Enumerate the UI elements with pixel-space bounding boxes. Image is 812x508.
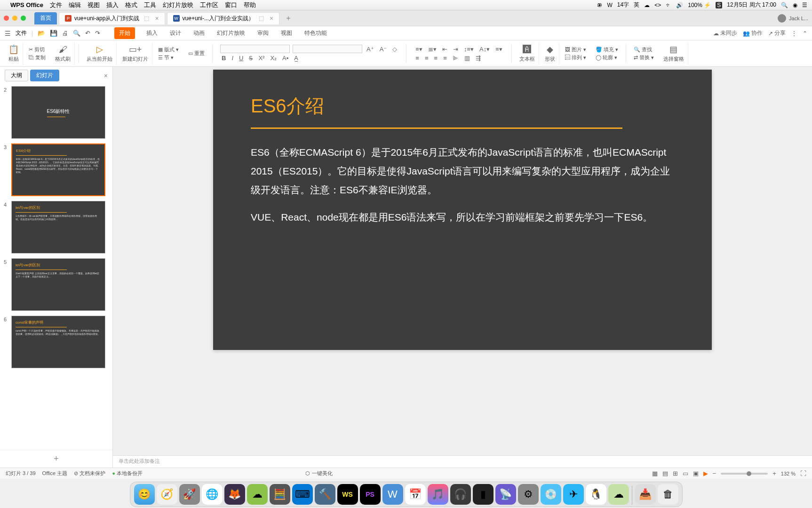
dock-chrome[interactable]: 🌐 xyxy=(202,484,223,505)
clear-format-icon[interactable]: ◇ xyxy=(391,45,398,53)
dock-xcode[interactable]: 🔨 xyxy=(315,484,335,505)
tray-icon-w[interactable]: W xyxy=(607,2,613,8)
dock-firefox[interactable]: 🦊 xyxy=(224,484,245,505)
dock-vscode[interactable]: ⌨ xyxy=(292,484,313,505)
list-level-icon[interactable]: ⇶ xyxy=(474,54,482,62)
volume-icon[interactable]: 🔊 xyxy=(676,2,683,8)
panel-tab-outline[interactable]: 大纲 xyxy=(5,70,28,81)
input-status[interactable]: 14字 xyxy=(617,1,629,9)
superscript-icon[interactable]: X² xyxy=(257,54,266,62)
new-slide-icon[interactable]: ▭+ xyxy=(129,44,142,55)
menu-view[interactable]: 视图 xyxy=(88,1,100,9)
slide-thumb-6[interactable]: const常量的声明 const 声明一个只读的常量，声明后值不能被修改。常量就… xyxy=(11,316,105,368)
bullets-icon[interactable]: ≡▾ xyxy=(414,45,424,53)
dock-finder[interactable]: 😊 xyxy=(134,484,155,505)
ribbon-tab-animation[interactable]: 动画 xyxy=(192,27,206,39)
menu-file[interactable]: 文件 xyxy=(50,1,62,9)
dock-qqmusic[interactable]: 🎧 xyxy=(450,484,471,505)
slide-thumb-5[interactable]: let与var的区别 3.let不能重复声明 之前使用var定义变量，后面的会把… xyxy=(11,258,105,311)
tab-home[interactable]: 首页 xyxy=(34,12,57,24)
view-normal-icon[interactable]: ▦ xyxy=(652,470,658,477)
dock-app3[interactable]: ☁ xyxy=(608,484,629,505)
menu-edit[interactable]: 编辑 xyxy=(69,1,81,9)
ribbon-tab-view[interactable]: 视图 xyxy=(280,27,293,39)
ribbon-tab-special[interactable]: 特色功能 xyxy=(303,27,328,39)
ext-icon[interactable]: ⬚ xyxy=(144,15,149,22)
print-icon[interactable]: 🖨 xyxy=(62,30,68,37)
backup-status[interactable]: ● 本地备份开 xyxy=(112,470,143,477)
numbering-icon[interactable]: ≣▾ xyxy=(427,45,438,53)
dock-webstorm[interactable]: WS xyxy=(337,484,358,505)
menu-window[interactable]: 窗口 xyxy=(225,1,237,9)
replace-button[interactable]: ⇄ 替换 ▾ xyxy=(634,54,654,61)
search-icon[interactable]: 🔍 xyxy=(781,2,788,8)
italic-icon[interactable]: I xyxy=(230,54,235,62)
slide-body-1[interactable]: ES6（全称ECMAScript 6）是于2015年6月正式发布的JavaScr… xyxy=(251,143,674,199)
close-window[interactable] xyxy=(4,16,9,21)
dock-app2[interactable]: ✈ xyxy=(563,484,584,505)
zoom-out-icon[interactable]: − xyxy=(713,470,716,477)
align-center-icon[interactable]: ≡ xyxy=(423,54,430,62)
slide-body-2[interactable]: VUE、React、node现在都是用ES6语法来写，所以在学习前端框架之前要先… xyxy=(251,208,674,227)
maximize-window[interactable] xyxy=(21,16,26,21)
ext-icon[interactable]: ⬚ xyxy=(259,15,264,22)
lang-status[interactable]: 英 xyxy=(634,1,639,9)
align-justify-icon[interactable]: ≡ xyxy=(442,54,448,62)
current-slide[interactable]: ES6介绍 ES6（全称ECMAScript 6）是于2015年6月正式发布的J… xyxy=(213,70,712,350)
columns-icon[interactable]: ▥ xyxy=(463,54,471,62)
dock-launchpad[interactable]: 🚀 xyxy=(179,484,200,505)
zoom-level[interactable]: 132 % xyxy=(781,471,796,476)
thumbnail-list[interactable]: 2 ES6新特性 3 ES6介绍 ES6（全称ECMAScript 6）是于20… xyxy=(0,84,112,450)
slide-thumb-2[interactable]: ES6新特性 xyxy=(11,86,105,139)
zoom-slider[interactable] xyxy=(721,473,768,475)
distribute-icon[interactable]: ⫸ xyxy=(451,54,460,62)
menu-help[interactable]: 帮助 xyxy=(244,1,256,9)
control-center-icon[interactable]: ☰ xyxy=(802,2,807,8)
zoom-in-icon[interactable]: + xyxy=(772,470,776,477)
menu-workspace[interactable]: 工作区 xyxy=(200,1,218,9)
dock-trash[interactable]: 🗑 xyxy=(658,484,678,505)
ribbon-tab-design[interactable]: 设计 xyxy=(169,27,182,39)
panel-close-icon[interactable]: × xyxy=(104,72,108,79)
collapse-ribbon-icon[interactable]: ⌃ xyxy=(803,30,807,37)
save-icon[interactable]: 💾 xyxy=(50,30,57,37)
play-from-current-icon[interactable]: ▷ xyxy=(96,44,103,55)
slide-thumb-3[interactable]: ES6介绍 ES6（全称ECMAScript 6）是于2015年6月正式发布的J… xyxy=(11,143,105,196)
menu-insert[interactable]: 插入 xyxy=(106,1,119,9)
undo-icon[interactable]: ↶ xyxy=(85,30,90,37)
text-direction-icon[interactable]: A↕▾ xyxy=(478,45,491,53)
highlight-icon[interactable]: A▪ xyxy=(281,54,290,62)
cut-button[interactable]: ✂ 剪切 xyxy=(29,46,45,53)
share-button[interactable]: ↗ 分享 xyxy=(768,29,786,37)
dock-downloads[interactable]: 📥 xyxy=(635,484,656,505)
bold-icon[interactable]: B xyxy=(220,54,227,62)
sync-status[interactable]: ☁ 未同步 xyxy=(713,29,737,37)
increase-font-icon[interactable]: A⁺ xyxy=(365,45,375,53)
textbox-icon[interactable]: 🅰 xyxy=(523,45,531,55)
tray-icon-s[interactable]: S xyxy=(716,2,722,8)
section-button[interactable]: ☰ 节 ▾ xyxy=(158,54,174,61)
user-area[interactable]: Jack L... xyxy=(778,14,808,23)
dock-wps[interactable]: W xyxy=(382,484,403,505)
find-button[interactable]: 🔍 查找 xyxy=(634,46,652,53)
dock-calendar[interactable]: 📅 xyxy=(405,484,426,505)
menu-format[interactable]: 格式 xyxy=(125,1,137,9)
paste-icon[interactable]: 📋 xyxy=(8,44,19,55)
subscript-icon[interactable]: X₂ xyxy=(269,54,278,62)
dock-phpstorm[interactable]: PS xyxy=(360,484,381,505)
slide-title[interactable]: ES6介绍 xyxy=(251,93,674,119)
tray-icon-1[interactable]: ֍ xyxy=(597,2,603,8)
font-color-icon[interactable]: A̲ xyxy=(293,54,300,62)
more-icon[interactable]: ⋮ xyxy=(791,30,797,37)
app-name[interactable]: WPS Office xyxy=(10,1,43,8)
arrange-button[interactable]: ⿳ 排列 ▾ xyxy=(565,54,586,61)
reset-button[interactable]: ▭ 重置 xyxy=(188,50,205,57)
dock-settings[interactable]: ⚙ xyxy=(518,484,539,505)
dock-cloud[interactable]: ☁ xyxy=(247,484,268,505)
indent-inc-icon[interactable]: ⇥ xyxy=(452,45,460,53)
ribbon-tab-review[interactable]: 审阅 xyxy=(256,27,270,39)
dock-app1[interactable]: 💿 xyxy=(541,484,561,505)
tab-doc1[interactable]: P vue+uni-app从入门到实战 ⬚ × xyxy=(59,12,165,24)
wifi-icon[interactable]: ᯤ xyxy=(666,2,671,8)
preview-icon[interactable]: 🔍 xyxy=(73,30,80,37)
